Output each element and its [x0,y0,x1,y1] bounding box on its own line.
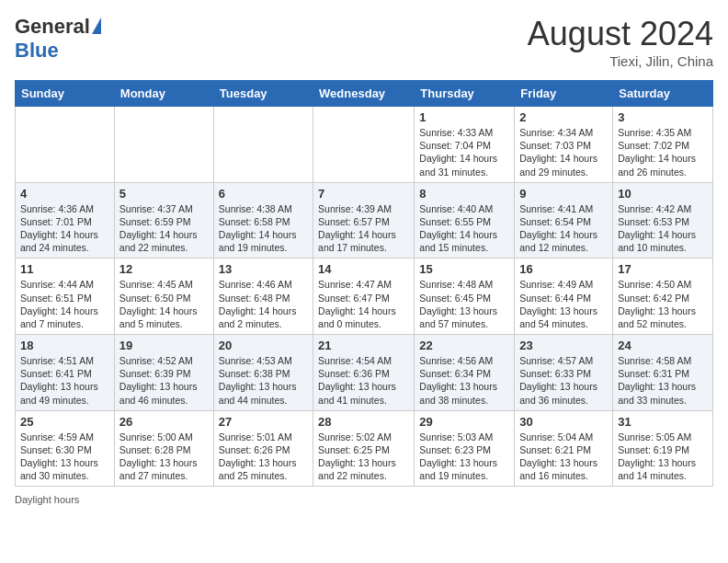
calendar-cell: 9Sunrise: 4:41 AM Sunset: 6:54 PM Daylig… [515,182,613,259]
calendar-cell: 18Sunrise: 4:51 AM Sunset: 6:41 PM Dayli… [16,335,115,411]
calendar-cell: 2Sunrise: 4:34 AM Sunset: 7:03 PM Daylig… [515,107,613,183]
weekday-header-tuesday: Tuesday [213,81,313,107]
day-info: Sunrise: 4:53 AM Sunset: 6:38 PM Dayligh… [219,354,308,407]
day-info: Sunrise: 4:35 AM Sunset: 7:02 PM Dayligh… [618,126,708,178]
day-info: Sunrise: 4:47 AM Sunset: 6:47 PM Dayligh… [318,278,409,330]
calendar-week-row: 11Sunrise: 4:44 AM Sunset: 6:51 PM Dayli… [16,259,713,335]
day-number: 26 [119,415,209,429]
calendar-cell [114,107,213,183]
calendar-cell: 20Sunrise: 4:53 AM Sunset: 6:38 PM Dayli… [213,335,313,411]
calendar-cell: 30Sunrise: 5:04 AM Sunset: 6:21 PM Dayli… [515,410,613,487]
calendar-cell: 3Sunrise: 4:35 AM Sunset: 7:02 PM Daylig… [613,107,713,183]
day-info: Sunrise: 5:04 AM Sunset: 6:21 PM Dayligh… [519,431,608,483]
day-info: Sunrise: 4:54 AM Sunset: 6:36 PM Dayligh… [318,354,409,407]
daylight-hours-label: Daylight hours [15,494,79,505]
logo-triangle-icon [92,17,101,34]
calendar-cell: 6Sunrise: 4:38 AM Sunset: 6:58 PM Daylig… [213,182,313,259]
calendar-cell: 17Sunrise: 4:50 AM Sunset: 6:42 PM Dayli… [613,259,713,335]
logo-general-text: General [15,15,90,39]
calendar-cell: 22Sunrise: 4:56 AM Sunset: 6:34 PM Dayli… [415,335,515,411]
calendar-cell: 13Sunrise: 4:46 AM Sunset: 6:48 PM Dayli… [213,259,313,335]
logo-blue-text: Blue [15,39,59,63]
calendar-cell: 29Sunrise: 5:03 AM Sunset: 6:23 PM Dayli… [415,410,515,487]
calendar-cell: 7Sunrise: 4:39 AM Sunset: 6:57 PM Daylig… [313,182,415,259]
day-info: Sunrise: 5:03 AM Sunset: 6:23 PM Dayligh… [419,431,509,483]
calendar-cell: 12Sunrise: 4:45 AM Sunset: 6:50 PM Dayli… [114,259,213,335]
calendar-cell: 16Sunrise: 4:49 AM Sunset: 6:44 PM Dayli… [515,259,613,335]
day-info: Sunrise: 4:42 AM Sunset: 6:53 PM Dayligh… [618,202,708,255]
day-number: 8 [419,187,509,201]
footer: Daylight hours [15,494,713,505]
title-block: August 2024 Tiexi, Jilin, China [528,15,713,69]
calendar-cell: 27Sunrise: 5:01 AM Sunset: 6:26 PM Dayli… [213,410,313,487]
day-info: Sunrise: 4:57 AM Sunset: 6:33 PM Dayligh… [519,354,608,407]
day-number: 6 [219,187,308,201]
day-info: Sunrise: 4:56 AM Sunset: 6:34 PM Dayligh… [419,354,509,407]
calendar-cell: 26Sunrise: 5:00 AM Sunset: 6:28 PM Dayli… [114,410,213,487]
day-info: Sunrise: 4:33 AM Sunset: 7:04 PM Dayligh… [419,126,509,178]
calendar-cell: 23Sunrise: 4:57 AM Sunset: 6:33 PM Dayli… [515,335,613,411]
day-info: Sunrise: 5:02 AM Sunset: 6:25 PM Dayligh… [318,431,409,483]
weekday-header-monday: Monday [114,81,213,107]
page-header: General Blue August 2024 Tiexi, Jilin, C… [15,15,713,69]
calendar-cell: 1Sunrise: 4:33 AM Sunset: 7:04 PM Daylig… [415,107,515,183]
day-number: 13 [219,262,308,276]
day-number: 2 [519,110,608,124]
day-info: Sunrise: 4:51 AM Sunset: 6:41 PM Dayligh… [20,354,109,407]
calendar-cell: 5Sunrise: 4:37 AM Sunset: 6:59 PM Daylig… [114,182,213,259]
day-number: 14 [318,262,409,276]
calendar-cell [213,107,313,183]
calendar-cell [313,107,415,183]
day-info: Sunrise: 4:50 AM Sunset: 6:42 PM Dayligh… [618,278,708,330]
calendar-cell: 24Sunrise: 4:58 AM Sunset: 6:31 PM Dayli… [613,335,713,411]
calendar-week-row: 1Sunrise: 4:33 AM Sunset: 7:04 PM Daylig… [16,107,713,183]
calendar-cell: 4Sunrise: 4:36 AM Sunset: 7:01 PM Daylig… [16,182,115,259]
day-number: 17 [618,262,708,276]
day-number: 23 [519,339,608,352]
day-info: Sunrise: 4:58 AM Sunset: 6:31 PM Dayligh… [618,354,708,407]
calendar-cell: 8Sunrise: 4:40 AM Sunset: 6:55 PM Daylig… [415,182,515,259]
day-number: 16 [519,262,608,276]
month-year-title: August 2024 [528,15,713,53]
calendar-cell: 10Sunrise: 4:42 AM Sunset: 6:53 PM Dayli… [613,182,713,259]
day-number: 1 [419,110,509,124]
day-info: Sunrise: 4:38 AM Sunset: 6:58 PM Dayligh… [219,202,308,255]
day-info: Sunrise: 4:39 AM Sunset: 6:57 PM Dayligh… [318,202,409,255]
day-number: 20 [219,339,308,352]
day-number: 5 [119,187,209,201]
calendar-cell: 19Sunrise: 4:52 AM Sunset: 6:39 PM Dayli… [114,335,213,411]
calendar-week-row: 4Sunrise: 4:36 AM Sunset: 7:01 PM Daylig… [16,182,713,259]
day-info: Sunrise: 4:59 AM Sunset: 6:30 PM Dayligh… [20,431,109,483]
day-info: Sunrise: 4:49 AM Sunset: 6:44 PM Dayligh… [519,278,608,330]
day-number: 31 [618,415,708,429]
day-number: 30 [519,415,608,429]
day-number: 12 [119,262,209,276]
day-number: 28 [318,415,409,429]
day-info: Sunrise: 4:52 AM Sunset: 6:39 PM Dayligh… [119,354,209,407]
day-info: Sunrise: 4:40 AM Sunset: 6:55 PM Dayligh… [419,202,509,255]
day-number: 7 [318,187,409,201]
day-info: Sunrise: 4:36 AM Sunset: 7:01 PM Dayligh… [20,202,109,255]
day-number: 15 [419,262,509,276]
calendar-cell [16,107,115,183]
day-info: Sunrise: 5:01 AM Sunset: 6:26 PM Dayligh… [219,431,308,483]
logo: General Blue [15,15,101,63]
day-number: 3 [618,110,708,124]
location-subtitle: Tiexi, Jilin, China [528,53,713,69]
day-number: 19 [119,339,209,352]
day-info: Sunrise: 5:00 AM Sunset: 6:28 PM Dayligh… [119,431,209,483]
day-info: Sunrise: 4:48 AM Sunset: 6:45 PM Dayligh… [419,278,509,330]
weekday-header-row: SundayMondayTuesdayWednesdayThursdayFrid… [16,81,713,107]
day-number: 22 [419,339,509,352]
calendar-cell: 25Sunrise: 4:59 AM Sunset: 6:30 PM Dayli… [16,410,115,487]
day-info: Sunrise: 4:46 AM Sunset: 6:48 PM Dayligh… [219,278,308,330]
calendar-cell: 11Sunrise: 4:44 AM Sunset: 6:51 PM Dayli… [16,259,115,335]
day-number: 4 [20,187,109,201]
day-info: Sunrise: 4:34 AM Sunset: 7:03 PM Dayligh… [519,126,608,178]
calendar-cell: 14Sunrise: 4:47 AM Sunset: 6:47 PM Dayli… [313,259,415,335]
calendar-cell: 15Sunrise: 4:48 AM Sunset: 6:45 PM Dayli… [415,259,515,335]
day-info: Sunrise: 4:37 AM Sunset: 6:59 PM Dayligh… [119,202,209,255]
weekday-header-saturday: Saturday [613,81,713,107]
day-number: 11 [20,262,109,276]
day-info: Sunrise: 4:41 AM Sunset: 6:54 PM Dayligh… [519,202,608,255]
